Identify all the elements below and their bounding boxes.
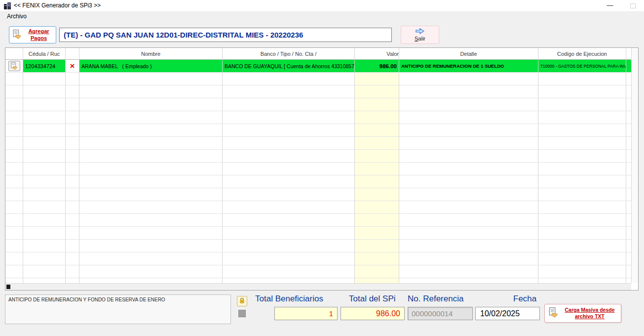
titlebar: << FENIX Generador de SPi3 >> — xyxy=(0,0,644,12)
edit-cell xyxy=(5,137,23,149)
nombre-cell xyxy=(79,137,223,149)
codigo-cell xyxy=(538,227,626,239)
valor-cell xyxy=(355,73,399,85)
fecha-field[interactable]: 10/02/2025 xyxy=(475,307,540,320)
entity-title-field[interactable]: (TE) - GAD PQ SAN JUAN 12D01-DIREC-DISTR… xyxy=(59,28,392,42)
edit-cell xyxy=(5,278,23,283)
nombre-cell xyxy=(79,214,223,226)
header-valor: Valor xyxy=(355,48,399,59)
status-square xyxy=(238,310,246,317)
grid-body: 1204334724×ARANA MABEL ( Empleado )BANCO… xyxy=(5,60,631,283)
empty-row xyxy=(5,240,631,252)
detalle-cell xyxy=(399,227,538,239)
header-delete-column xyxy=(66,48,79,59)
add-payments-icon xyxy=(12,29,22,41)
horizontal-scrollbar[interactable] xyxy=(5,283,631,290)
empty-row xyxy=(5,188,631,201)
valor-cell xyxy=(355,227,399,239)
banco-cell xyxy=(223,214,355,226)
delete-cell xyxy=(66,163,79,175)
cedula-cell xyxy=(23,265,66,278)
nombre-cell xyxy=(79,163,223,175)
nombre-cell xyxy=(79,175,223,188)
empty-row xyxy=(5,111,631,124)
carga-masiva-button[interactable]: Carga Masiva desde archivo TXT xyxy=(544,304,621,323)
maximize-button[interactable] xyxy=(622,0,643,12)
detalle-cell xyxy=(399,73,538,85)
total-beneficiarios-label: Total Beneficiarios xyxy=(255,294,323,304)
valor-cell xyxy=(355,98,399,111)
edit-cell xyxy=(5,252,23,265)
edit-cell xyxy=(5,227,23,239)
minimize-button[interactable]: — xyxy=(600,0,620,12)
cedula-cell xyxy=(23,85,66,98)
edit-cell xyxy=(5,73,23,85)
banco-cell xyxy=(223,188,355,201)
codigo-cell xyxy=(538,98,626,111)
cedula-cell xyxy=(23,137,66,149)
codigo-cell xyxy=(538,201,626,213)
detalle-cell xyxy=(399,85,538,98)
edit-row-button[interactable] xyxy=(8,61,20,71)
salir-button[interactable]: Salir xyxy=(401,26,439,44)
empty-row xyxy=(5,98,631,111)
delete-row-button[interactable]: × xyxy=(70,62,75,70)
nombre-cell xyxy=(79,111,223,124)
delete-cell xyxy=(66,188,79,201)
edit-cell xyxy=(5,60,23,72)
edit-cell xyxy=(5,163,23,175)
cedula-cell xyxy=(23,214,66,226)
codigo-cell xyxy=(538,278,626,283)
edit-cell xyxy=(5,111,23,124)
codigo-cell xyxy=(538,240,626,252)
banco-cell xyxy=(223,124,355,136)
vertical-scrollbar[interactable] xyxy=(631,48,638,283)
cedula-cell xyxy=(23,150,66,162)
horizontal-scrollbar-thumb[interactable] xyxy=(6,285,10,289)
empty-row xyxy=(5,278,631,283)
codigo-cell xyxy=(538,188,626,201)
delete-cell xyxy=(66,240,79,252)
grid-header-row: Cédula / Ruc Nombre Banco / Tipo / No. C… xyxy=(5,48,638,60)
banco-cell xyxy=(223,150,355,162)
nombre-cell xyxy=(79,98,223,111)
total-beneficiarios-field: 1 xyxy=(274,307,338,320)
header-codigo: Codigo de Ejecucion xyxy=(538,48,626,59)
cedula-cell xyxy=(23,73,66,85)
menu-archivo[interactable]: Archivo xyxy=(5,13,29,20)
valor-cell xyxy=(355,163,399,175)
detalle-cell: ANTICIPO DE REMUNERACION DE 1 SUELDO xyxy=(399,60,538,72)
menubar: Archivo xyxy=(0,12,644,21)
empty-row xyxy=(5,201,631,214)
banco-cell: BANCO DE GUAYAQUIL [ Cuenta de Ahorros 4… xyxy=(223,60,355,72)
codigo-cell xyxy=(538,137,626,149)
edit-cell xyxy=(5,124,23,136)
header-nombre: Nombre xyxy=(79,48,223,59)
footer-panel: ANTICIPO DE REMUNERACION Y FONDO DE RESE… xyxy=(0,292,644,336)
agregar-pagos-button[interactable]: Agregar Pagos xyxy=(9,26,56,43)
banco-cell xyxy=(223,111,355,124)
valor-cell xyxy=(355,201,399,213)
fecha-label: Fecha xyxy=(513,294,536,304)
descripcion-textarea[interactable]: ANTICIPO DE REMUNERACION Y FONDO DE RESE… xyxy=(5,294,231,324)
empty-row xyxy=(5,124,631,137)
empty-row xyxy=(5,214,631,227)
codigo-cell xyxy=(538,214,626,226)
cedula-cell xyxy=(23,201,66,213)
delete-cell xyxy=(66,111,79,124)
codigo-cell xyxy=(538,175,626,188)
empty-row xyxy=(5,265,631,278)
delete-cell xyxy=(66,175,79,188)
valor-cell xyxy=(355,137,399,149)
banco-cell xyxy=(223,98,355,111)
banco-cell xyxy=(223,85,355,98)
lock-button[interactable] xyxy=(237,296,247,306)
codigo-cell xyxy=(538,265,626,278)
valor-cell xyxy=(355,175,399,188)
edit-cell xyxy=(5,150,23,162)
detalle-cell xyxy=(399,278,538,283)
cedula-cell xyxy=(23,124,66,136)
banco-cell xyxy=(223,252,355,265)
payment-row[interactable]: 1204334724×ARANA MABEL ( Empleado )BANCO… xyxy=(5,60,631,73)
detalle-cell xyxy=(399,265,538,278)
